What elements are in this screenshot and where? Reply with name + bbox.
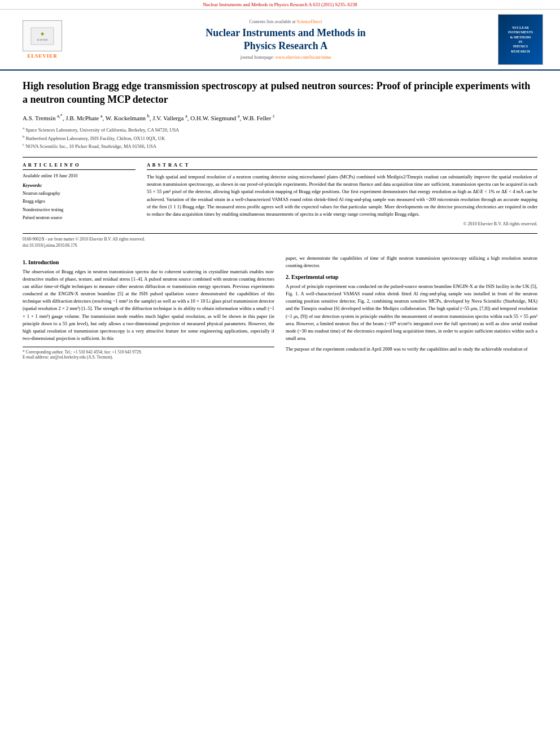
- keyword-3: Nondestructive testing: [23, 206, 135, 214]
- doi: doi:10.1016/j.nima.2010.06.176: [23, 242, 537, 248]
- article-info-col: A R T I C L E I N F O Available online 1…: [23, 158, 135, 226]
- keyword-1: Neutron radiography: [23, 190, 135, 198]
- section1-right-text: paper, we demonstrate the capabilities o…: [286, 255, 537, 269]
- contents-line: Contents lists available at ScienceDirec…: [73, 19, 498, 24]
- doi-line: 0168-9002/$ - see front matter © 2010 El…: [23, 236, 537, 242]
- journal-header: 🌳 ELSEVIER ELSEVIER Contents lists avail…: [0, 10, 560, 71]
- header-right: NUCLEAR INSTRUMENTS & METHODS IN PHYSICS…: [498, 14, 549, 65]
- abstract-text: The high spatial and temporal resolution…: [147, 173, 537, 218]
- authors-line: A.S. Tremsin a,*, J.B. McPhate a, W. Koc…: [23, 113, 537, 121]
- article-info-header: A R T I C L E I N F O: [23, 162, 135, 170]
- banner-text: Nuclear Instruments and Methods in Physi…: [203, 2, 357, 7]
- top-banner: Nuclear Instruments and Methods in Physi…: [0, 0, 560, 10]
- header-center: Contents lists available at ScienceDirec…: [73, 19, 498, 60]
- journal-thumbnail: NUCLEAR INSTRUMENTS & METHODS IN PHYSICS…: [498, 14, 543, 65]
- homepage-link[interactable]: www.elsevier.com/locate/nima: [275, 55, 331, 60]
- paper-content: High resolution Bragg edge transmission …: [0, 71, 560, 368]
- header-left: 🌳 ELSEVIER ELSEVIER: [11, 20, 73, 59]
- abstract-col: A B S T R A C T The high spatial and tem…: [147, 158, 537, 226]
- keyword-4: Pulsed neutron source: [23, 214, 135, 222]
- article-title: High resolution Bragg edge transmission …: [23, 79, 537, 107]
- body-col-right: paper, we demonstrate the capabilities o…: [286, 255, 537, 360]
- footnote-section: * Corresponding author. Tel.: +1 510 642…: [23, 347, 274, 360]
- svg-text:🌳: 🌳: [41, 32, 45, 36]
- section2-title: 2. Experimental setup: [286, 274, 537, 280]
- elsevier-logo: 🌳 ELSEVIER ELSEVIER: [11, 20, 73, 59]
- body-columns: 1. Introduction The observation of Bragg…: [23, 255, 537, 360]
- article-info-abstract: A R T I C L E I N F O Available online 1…: [23, 157, 537, 226]
- footer-notes: 0168-9002/$ - see front matter © 2010 El…: [23, 233, 537, 249]
- keywords-list: Neutron radiography Bragg edges Nondestr…: [23, 190, 135, 222]
- logo-box: 🌳 ELSEVIER: [23, 20, 62, 51]
- abstract-header: A B S T R A C T: [147, 162, 537, 170]
- section1-title: 1. Introduction: [23, 259, 274, 265]
- journal-homepage: journal homepage: www.elsevier.com/locat…: [73, 55, 498, 60]
- elsevier-brand: ELSEVIER: [27, 53, 58, 59]
- affiliations: a Space Sciences Laboratory, University …: [23, 125, 537, 150]
- journal-title: Nuclear Instruments and Methods in Physi…: [73, 27, 498, 53]
- section2-text: A proof of principle experiment was cond…: [286, 283, 537, 342]
- svg-rect-0: [31, 28, 54, 45]
- email-footnote: E-mail address: ast@ssl.berkeley.edu (A.…: [23, 355, 274, 360]
- body-col-left: 1. Introduction The observation of Bragg…: [23, 255, 274, 360]
- section1-text: The observation of Bragg edges in neutro…: [23, 268, 274, 343]
- copyright-line: © 2010 Elsevier B.V. All rights reserved…: [147, 221, 537, 226]
- section2-text-2: The purpose of the experiment conducted …: [286, 346, 537, 353]
- sciencedirect-link[interactable]: ScienceDirect: [297, 19, 322, 24]
- corresponding-footnote: * Corresponding author. Tel.: +1 510 642…: [23, 350, 274, 355]
- keyword-2: Bragg edges: [23, 198, 135, 206]
- keywords-label: Keywords:: [23, 183, 135, 188]
- available-date: Available online 19 June 2010: [23, 173, 135, 178]
- svg-text:ELSEVIER: ELSEVIER: [37, 38, 48, 41]
